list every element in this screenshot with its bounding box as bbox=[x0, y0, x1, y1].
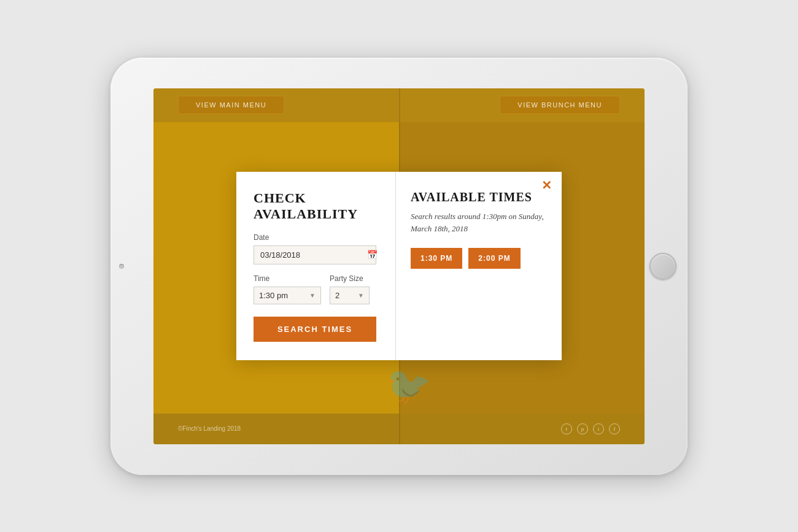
calendar-icon: 📅 bbox=[367, 250, 378, 260]
time-slots-container: 1:30 PM 2:00 PM bbox=[411, 248, 547, 269]
time-slot-2[interactable]: 2:00 PM bbox=[468, 248, 520, 269]
modal-overlay: ✕ CHECK AVAILABILITY Date 📅 Time bbox=[153, 88, 645, 444]
check-availability-panel: CHECK AVAILABILITY Date 📅 Time 12:00 pm bbox=[236, 172, 396, 360]
tablet-home-button[interactable] bbox=[649, 253, 676, 280]
party-size-select-arrow: ▼ bbox=[358, 292, 364, 299]
tablet-camera bbox=[119, 264, 124, 269]
search-results-text: Search results around 1:30pm on Sunday, … bbox=[411, 210, 547, 234]
date-input-wrapper: 📅 bbox=[254, 245, 376, 264]
available-times-panel: AVAILABLE TIMES Search results around 1:… bbox=[396, 172, 562, 360]
time-select-arrow: ▼ bbox=[309, 292, 316, 299]
time-label: Time bbox=[254, 274, 321, 283]
close-button[interactable]: ✕ bbox=[541, 179, 552, 191]
time-select[interactable]: 12:00 pm 12:30 pm 1:00 pm 1:30 pm 2:00 p… bbox=[259, 291, 304, 300]
available-times-title: AVAILABLE TIMES bbox=[411, 190, 547, 204]
screen: VIEW MAIN MENU VIEW BRUNCH MENU 🐦 ©Finch… bbox=[153, 88, 645, 444]
date-label: Date bbox=[254, 233, 378, 242]
time-form-group: Time 12:00 pm 12:30 pm 1:00 pm 1:30 pm 2… bbox=[254, 274, 321, 304]
search-times-button[interactable]: SEARCH TIMES bbox=[254, 317, 376, 342]
check-availability-title: CHECK AVAILABILITY bbox=[254, 190, 378, 222]
availability-modal: ✕ CHECK AVAILABILITY Date 📅 Time bbox=[236, 172, 562, 360]
date-input[interactable] bbox=[260, 250, 363, 260]
party-size-select-wrapper: 1 2 3 4 5 6 ▼ bbox=[330, 287, 370, 304]
party-size-form-group: Party Size 1 2 3 4 5 6 ▼ bbox=[330, 274, 370, 304]
time-party-row: Time 12:00 pm 12:30 pm 1:00 pm 1:30 pm 2… bbox=[254, 274, 378, 304]
party-size-select[interactable]: 1 2 3 4 5 6 bbox=[335, 291, 351, 300]
time-slot-1[interactable]: 1:30 PM bbox=[411, 248, 462, 269]
tablet: VIEW MAIN MENU VIEW BRUNCH MENU 🐦 ©Finch… bbox=[110, 58, 688, 475]
party-size-label: Party Size bbox=[330, 274, 370, 283]
time-select-wrapper: 12:00 pm 12:30 pm 1:00 pm 1:30 pm 2:00 p… bbox=[254, 287, 321, 304]
